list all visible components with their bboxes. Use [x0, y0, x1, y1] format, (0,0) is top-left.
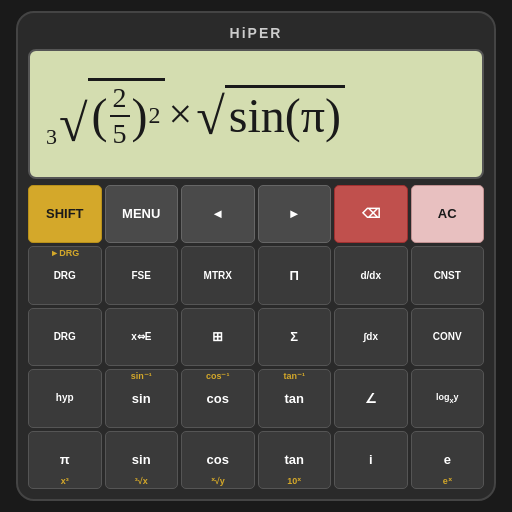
cbrt-content: ( 2 5 ) 2: [88, 78, 165, 150]
left-label: ◄: [211, 206, 224, 222]
tan-inv-top: tan⁻¹: [284, 372, 306, 381]
fse-button[interactable]: FSE: [105, 246, 179, 304]
mtrx-label: MTRX: [204, 270, 232, 282]
sigma-button[interactable]: Σ: [258, 308, 332, 366]
cnst-label: CNST: [434, 270, 461, 282]
cbrt-symbol: 3 √ ( 2 5 ) 2: [46, 78, 165, 150]
right-label: ►: [288, 206, 301, 222]
ddx-button[interactable]: d/dx: [334, 246, 408, 304]
frac-denominator: 5: [110, 117, 130, 151]
button-grid: SHIFT MENU ◄ ► ⌫ AC ►DRG DRG: [28, 185, 484, 489]
sqrt-symbol: √ sin(π): [196, 85, 345, 143]
mtrx-button[interactable]: MTRX: [181, 246, 255, 304]
pi-shift-button[interactable]: Π: [258, 246, 332, 304]
ac-button[interactable]: AC: [411, 185, 485, 243]
close-paren: ): [132, 88, 148, 143]
intdx-button[interactable]: ∫dx: [334, 308, 408, 366]
frac-numerator: 2: [110, 81, 130, 117]
drg-shift-button[interactable]: ►DRG DRG: [28, 246, 102, 304]
intdx-label: ∫dx: [364, 331, 378, 343]
tan-inv-button[interactable]: tan⁻¹ tan: [258, 369, 332, 427]
cos-inv-main: cos: [207, 391, 229, 407]
sin-main-button[interactable]: sin ³√x: [105, 431, 179, 489]
ddx-label: d/dx: [360, 270, 381, 282]
cos-inv-top: cos⁻¹: [206, 372, 230, 381]
times-operator: ×: [169, 90, 193, 138]
cos-main-label: cos: [207, 452, 229, 468]
angle-label: ∠: [365, 391, 377, 407]
shift-label: SHIFT: [46, 206, 84, 222]
pi-shift-label: Π: [290, 268, 299, 284]
logy-button[interactable]: logxy: [411, 369, 485, 427]
e-button[interactable]: e eˣ: [411, 431, 485, 489]
cos-main-button[interactable]: cos ˣ√y: [181, 431, 255, 489]
drg-label: DRG: [54, 331, 76, 343]
tan-main-label: tan: [285, 452, 305, 468]
display-screen: 3 √ ( 2 5 ) 2 × √ sin(π): [28, 49, 484, 179]
ac-label: AC: [438, 206, 457, 222]
fraction: 2 5: [110, 81, 130, 150]
menu-label: MENU: [122, 206, 160, 222]
display-expression: 3 √ ( 2 5 ) 2 × √ sin(π): [46, 78, 345, 150]
app-title: HiPER: [28, 23, 484, 43]
sin-main-label: sin: [132, 452, 151, 468]
i-label: i: [369, 452, 373, 468]
hyp-label: hyp: [56, 392, 74, 404]
grid-button[interactable]: ⊞: [181, 308, 255, 366]
cnst-button[interactable]: CNST: [411, 246, 485, 304]
button-row-5: π x³ sin ³√x cos ˣ√y tan 10ˣ i e eˣ: [28, 431, 484, 489]
tan-main-button[interactable]: tan 10ˣ: [258, 431, 332, 489]
calculator: HiPER 3 √ ( 2 5 ) 2 × √: [16, 11, 496, 501]
pi-label: π: [60, 452, 70, 468]
button-row-3: DRG x⇔E ⊞ Σ ∫dx CONV: [28, 308, 484, 366]
sin-inv-top: sin⁻¹: [131, 372, 152, 381]
tan-sub: 10ˣ: [287, 477, 301, 486]
button-row-4: hyp sin⁻¹ sin cos⁻¹ cos tan⁻¹ tan ∠ logx…: [28, 369, 484, 427]
button-row-2: ►DRG DRG FSE MTRX Π d/dx CNST: [28, 246, 484, 304]
pi-button[interactable]: π x³: [28, 431, 102, 489]
cos-sub: ˣ√y: [211, 477, 225, 486]
grid-label: ⊞: [212, 329, 223, 345]
open-paren: (: [92, 88, 108, 143]
angle-button[interactable]: ∠: [334, 369, 408, 427]
sin-inv-main: sin: [132, 391, 151, 407]
cbrt-index: 3: [46, 124, 57, 150]
button-row-1: SHIFT MENU ◄ ► ⌫ AC: [28, 185, 484, 243]
left-button[interactable]: ◄: [181, 185, 255, 243]
sin-inv-button[interactable]: sin⁻¹ sin: [105, 369, 179, 427]
backspace-label: ⌫: [362, 206, 380, 222]
menu-button[interactable]: MENU: [105, 185, 179, 243]
shift-button[interactable]: SHIFT: [28, 185, 102, 243]
drg-top-label: ►DRG: [50, 249, 79, 258]
sqrt-content: sin(π): [225, 85, 345, 143]
logy-label: logxy: [436, 392, 459, 405]
tan-inv-main: tan: [285, 391, 305, 407]
conv-button[interactable]: CONV: [411, 308, 485, 366]
xe-label: x⇔E: [131, 331, 151, 343]
xe-button[interactable]: x⇔E: [105, 308, 179, 366]
pi-sub: x³: [61, 477, 69, 486]
e-sub: eˣ: [443, 477, 452, 486]
exponent-2: 2: [149, 102, 161, 129]
radical-sqrt: √: [196, 91, 225, 143]
radical-cbrt: √: [59, 98, 88, 150]
sin-sub: ³√x: [135, 477, 148, 486]
i-button[interactable]: i: [334, 431, 408, 489]
drg-button[interactable]: DRG: [28, 308, 102, 366]
sigma-label: Σ: [290, 329, 298, 345]
drg-main-label: DRG: [54, 270, 76, 282]
cos-inv-button[interactable]: cos⁻¹ cos: [181, 369, 255, 427]
hyp-button[interactable]: hyp: [28, 369, 102, 427]
e-label: e: [444, 452, 451, 468]
backspace-button[interactable]: ⌫: [334, 185, 408, 243]
fse-label: FSE: [132, 270, 151, 282]
conv-label: CONV: [433, 331, 462, 343]
right-button[interactable]: ►: [258, 185, 332, 243]
